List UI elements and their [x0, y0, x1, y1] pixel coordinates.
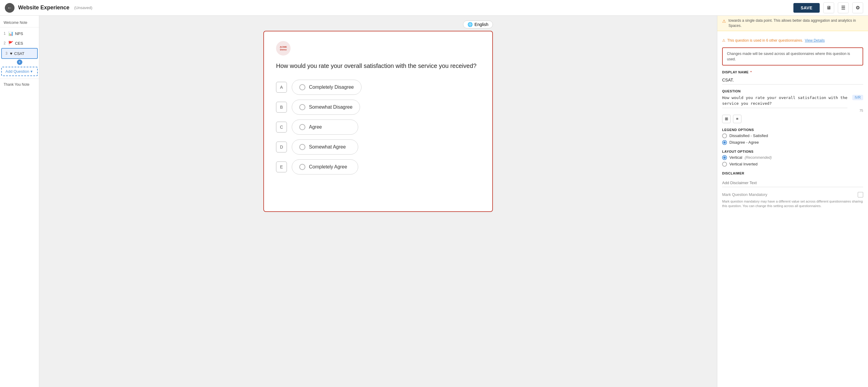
- survey-question: How would you rate your overall satisfac…: [276, 62, 480, 70]
- list-icon[interactable]: ≡: [733, 115, 741, 123]
- view-details-link[interactable]: View Details: [805, 38, 825, 42]
- radio-d: [299, 144, 305, 150]
- warning-icon: ⚠: [722, 19, 726, 25]
- survey-card: ACMEDemo How would you rate your overall…: [264, 31, 493, 212]
- language-label: English: [474, 22, 488, 27]
- main-layout: Welcome Note 1 📊 NPS 2 🚩 CES 3 ♥ CSAT + …: [0, 16, 868, 387]
- option-letter-e: E: [276, 161, 287, 172]
- back-button[interactable]: ←: [5, 3, 14, 13]
- option-label-b: Somewhat Disagree: [309, 104, 352, 110]
- option-letter-d: D: [276, 141, 287, 153]
- option-label-c: Agree: [309, 124, 322, 130]
- radio-c: [299, 124, 305, 130]
- question-textarea[interactable]: How would you rate your overall satisfac…: [722, 95, 847, 108]
- layout-radio-1: [722, 162, 727, 167]
- layout-option-1[interactable]: Vertical Inverted: [722, 162, 863, 167]
- option-pill-b[interactable]: Somewhat Disagree: [292, 100, 360, 115]
- display-name-label: DISPLAY NAME *: [722, 70, 863, 74]
- legend-radio-1: [722, 140, 727, 145]
- right-panel: ⚠ towards a single data point. This allo…: [717, 16, 868, 387]
- mandatory-toggle[interactable]: [858, 192, 863, 197]
- legend-option-1[interactable]: Disagree - Agree: [722, 140, 863, 145]
- question-field-label: QUESTION: [722, 89, 863, 93]
- sidebar: Welcome Note 1 📊 NPS 2 🚩 CES 3 ♥ CSAT + …: [0, 16, 39, 387]
- sidebar-item-csat[interactable]: 3 ♥ CSAT: [1, 48, 38, 59]
- translate-icon: 🌐: [467, 22, 473, 27]
- option-letter-a: A: [276, 82, 287, 93]
- layout-option-0[interactable]: Vertical (Recommended): [722, 155, 863, 160]
- option-label-a: Completely Disagree: [309, 85, 354, 90]
- center-preview: 🌐 English ACMEDemo How would you rate yo…: [39, 16, 717, 387]
- topbar: ← Website Experience (Unsaved) SAVE 🖥 ☰ …: [0, 0, 868, 16]
- question-used-text: This question is used in 6 other questio…: [727, 38, 803, 42]
- warning-text: towards a single data point. This allows…: [728, 18, 863, 28]
- share-icon[interactable]: ⚙: [852, 2, 863, 13]
- warning-bar: ⚠ towards a single data point. This allo…: [717, 16, 868, 31]
- legend-option-0[interactable]: Dissatisfied - Satisfied: [722, 133, 863, 138]
- option-pill-e[interactable]: Completely Agree: [292, 159, 358, 174]
- sidebar-thank-you[interactable]: Thank You Note: [0, 80, 39, 88]
- radio-b: [299, 104, 305, 110]
- heart-icon: ♥: [10, 51, 12, 56]
- menu-icon[interactable]: ☰: [838, 2, 849, 13]
- save-button[interactable]: SAVE: [794, 3, 820, 13]
- disclaimer-input[interactable]: [722, 179, 863, 187]
- add-question-label: Add Question: [5, 69, 29, 74]
- option-pill-d[interactable]: Somewhat Agree: [292, 139, 358, 155]
- language-button[interactable]: 🌐 English: [463, 21, 493, 28]
- option-label-d: Somewhat Agree: [309, 144, 346, 150]
- survey-logo: ACMEDemo: [276, 41, 290, 56]
- radio-e: [299, 164, 305, 170]
- format-icons: ⊞ ≡: [722, 115, 863, 123]
- disclaimer-label: DISCLAIMER: [722, 171, 863, 175]
- mandatory-note: Mark question mandatory may have a diffe…: [722, 199, 863, 208]
- recommended-label: (Recommended): [745, 156, 772, 160]
- ivr-button[interactable]: IVR: [852, 95, 863, 100]
- char-count: 75: [722, 109, 863, 112]
- legend-radio-0: [722, 133, 727, 138]
- option-letter-b: B: [276, 102, 287, 112]
- layout-options-label: LAYOUT OPTIONS: [722, 150, 863, 153]
- mandatory-row: Mark Question Mandatory: [722, 192, 863, 197]
- unsaved-label: (Unsaved): [74, 5, 92, 10]
- bar-chart-icon: 📊: [8, 31, 13, 36]
- sidebar-item-nps[interactable]: 1 📊 NPS: [0, 29, 39, 38]
- grid-icon[interactable]: ⊞: [722, 115, 731, 123]
- option-pill-c[interactable]: Agree: [292, 120, 358, 135]
- page-title: Website Experience: [18, 4, 69, 11]
- monitor-icon[interactable]: 🖥: [823, 2, 834, 13]
- language-bar: 🌐 English: [264, 21, 493, 28]
- chevron-down-icon: ▾: [31, 69, 33, 74]
- display-name-value[interactable]: CSAT.: [722, 76, 863, 85]
- option-row-a: A Completely Disagree: [276, 80, 480, 95]
- option-label-e: Completely Agree: [309, 164, 347, 170]
- option-row-e: E Completely Agree: [276, 159, 480, 174]
- mandatory-label: Mark Question Mandatory: [722, 192, 768, 197]
- flag-icon: 🚩: [8, 41, 13, 45]
- option-row-c: C Agree: [276, 120, 480, 135]
- layout-radio-0: [722, 155, 727, 160]
- add-item-circle[interactable]: +: [17, 60, 22, 65]
- option-row-b: B Somewhat Disagree: [276, 100, 480, 115]
- option-letter-c: C: [276, 122, 287, 132]
- radio-a: [299, 84, 305, 90]
- sidebar-item-ces[interactable]: 2 🚩 CES: [0, 38, 39, 48]
- sidebar-welcome[interactable]: Welcome Note: [0, 18, 39, 26]
- warning-triangle-icon: ⚠: [722, 38, 725, 42]
- legend-options-label: LEGEND OPTIONS: [722, 128, 863, 132]
- required-asterisk: *: [750, 70, 752, 74]
- option-pill-a[interactable]: Completely Disagree: [292, 80, 362, 95]
- add-question-button[interactable]: Add Question ▾: [1, 67, 38, 76]
- question-used-notice: ⚠ This question is used in 6 other quest…: [722, 36, 863, 44]
- option-row-d: D Somewhat Agree: [276, 139, 480, 155]
- info-box: Changes made will be saved across all qu…: [722, 47, 863, 65]
